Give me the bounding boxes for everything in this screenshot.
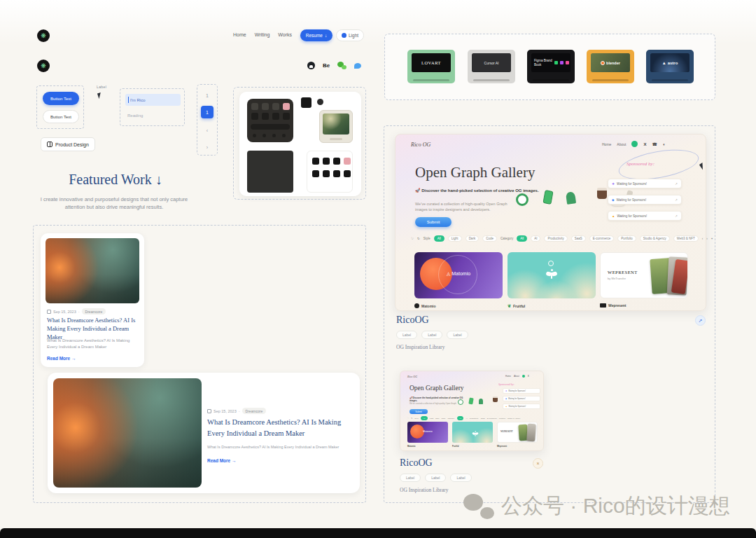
favorite-icon[interactable]: ♡ (411, 237, 414, 240)
filter-web3[interactable]: Web3 & NFT (673, 235, 699, 242)
resume-button[interactable]: Resume ↓ (300, 29, 332, 41)
page-button-1[interactable]: 1 (201, 89, 214, 102)
filters-prev[interactable]: ‹ (702, 237, 704, 240)
read-more-link-2[interactable]: Read More → (207, 458, 237, 463)
label-pill[interactable]: Label (450, 474, 471, 482)
og-submit-button[interactable]: Submit (415, 217, 451, 227)
filter-light[interactable]: Light (448, 235, 462, 242)
sponsor-card-mini-2[interactable]: ◆Waiting for Sponsors! (503, 396, 540, 401)
site-logo[interactable]: ❋ (37, 29, 50, 42)
og-card-matomio[interactable]: ◬ Matomio (414, 252, 503, 298)
label-pill[interactable]: Label (447, 331, 468, 339)
coffee-icon (597, 188, 607, 199)
og-card-fruitful-mini[interactable] (452, 422, 493, 443)
blog-excerpt: What Is Dreamcore Aesthetics? AI Is Maki… (47, 338, 138, 350)
watermark-text: 公众号 · Rico的设计漫想 (501, 492, 730, 520)
filter-cat-all[interactable]: All (517, 235, 527, 242)
bottom-bar (0, 528, 756, 538)
next-button[interactable]: › (201, 141, 214, 153)
blog-tag[interactable]: Dreamcore (242, 408, 267, 414)
nav-writing[interactable]: Writing (255, 32, 270, 37)
dot-separator: · (78, 310, 80, 314)
filter-portfolio[interactable]: Portfolio (617, 235, 636, 242)
prev-button[interactable]: ‹ (201, 124, 214, 137)
sun-ring-icon (548, 261, 554, 266)
theme-toggle-button[interactable]: Light (336, 29, 364, 41)
github-icon[interactable] (307, 62, 315, 69)
og-frame: Rico OG Home About X ☎ ◐ Sponsored by: O… (384, 125, 715, 503)
filter-studio[interactable]: Studio & Agency (640, 235, 670, 242)
og-avatar[interactable] (631, 141, 638, 147)
sponsor-card-2[interactable]: ◆ Waiting for Sponsors! ↗ (608, 195, 682, 205)
primary-button[interactable]: Button Text (43, 92, 79, 105)
product-design-badge[interactable]: Product Design (41, 137, 95, 151)
wechat-icon[interactable] (337, 62, 346, 69)
og-nav-home[interactable]: Home (602, 142, 611, 146)
filter-style-all[interactable]: All (434, 235, 444, 242)
filter-ai[interactable]: AI (531, 235, 540, 242)
blog-card-image (46, 238, 139, 303)
filters-more[interactable]: + (711, 237, 713, 240)
cartridge-figma[interactable]: Figma Brand Book (527, 50, 575, 83)
sponsor-card-3[interactable]: ▲ Waiting for Sponsors! ↗ (608, 211, 682, 221)
secondary-button[interactable]: Button Text (43, 110, 79, 123)
cartridge-blender[interactable]: blender (587, 50, 634, 83)
label-pill[interactable]: Label (400, 474, 421, 482)
nav-home[interactable]: Home (233, 32, 246, 37)
blog-title-2[interactable]: What Is Dreamcore Aesthetics? AI Is Maki… (207, 417, 351, 439)
blog-tag[interactable]: Dreamcore (82, 308, 106, 315)
blog-card-horizontal[interactable]: Sep 15, 2023 · Dreamcore What Is Dreamco… (48, 373, 360, 493)
filter-productivity[interactable]: Productivity (544, 235, 567, 242)
og-card-fruitful[interactable] (507, 252, 596, 298)
sponsor-card-mini-3[interactable]: ▲Waiting for Sponsors! (503, 404, 540, 409)
cartridge-label: Figma Brand Book (534, 59, 552, 67)
nav-works[interactable]: Works (278, 32, 292, 37)
site-logo-2[interactable]: ❋ (37, 60, 50, 72)
text-input[interactable]: I'm Rico (125, 94, 181, 106)
page-button-active[interactable]: 1 (201, 106, 214, 118)
x-icon[interactable]: X (643, 142, 646, 146)
twitter-icon[interactable] (354, 63, 361, 69)
refresh-icon[interactable]: ↻ (417, 237, 420, 240)
cartridge-astro[interactable]: ▲ astro (646, 50, 694, 83)
label-pill[interactable]: Label (425, 474, 446, 482)
og-nav-about[interactable]: About (617, 142, 626, 146)
sponsor-card-mini-1[interactable]: ❖Waiting for Sponsors! (503, 388, 540, 394)
pagination-frame: 1 1 ‹ › (197, 84, 218, 156)
filters-next[interactable]: › (706, 237, 708, 240)
label-pill[interactable]: Label (421, 331, 442, 339)
og-card-wepresent[interactable]: WEPRESENT by WeTransfer (600, 252, 688, 298)
watermark: 公众号 · Rico的设计漫想 (463, 492, 730, 520)
sun-icon (342, 33, 346, 38)
filter-ecommerce[interactable]: E-commerce (589, 235, 615, 242)
phone-icon[interactable]: ☎ (652, 142, 657, 146)
filter-dark[interactable]: Dark (465, 235, 479, 242)
input-frame: I'm Rico Reading (120, 88, 185, 126)
arrow-up-right-icon: ↗ (675, 214, 678, 218)
og-card-wepresent-mini[interactable]: WEPRESENT (497, 422, 538, 443)
cartridge-lovart[interactable]: LOVART (407, 50, 455, 83)
filter-saas[interactable]: SaaS (571, 235, 586, 242)
calendar-icon (207, 409, 211, 413)
figma-swatch-purple (560, 61, 564, 64)
read-more-label: Read More (47, 356, 70, 361)
og-submit-mini[interactable]: Submit (410, 409, 428, 414)
filter-code[interactable]: Code (482, 235, 497, 242)
ricoog-subtitle-2: OG Inspiration Library (400, 487, 449, 493)
read-more-link[interactable]: Read More → (47, 356, 76, 361)
sponsor-card-1[interactable]: ❖ Waiting for Sponsors! ↗ (608, 179, 682, 188)
og-card-matomio-mini[interactable]: Matomio (407, 422, 448, 443)
wepresent-icon (600, 303, 606, 308)
og-title: Open Graph Gallery (415, 164, 535, 181)
og-mockup-large[interactable]: Rico OG Home About X ☎ ◐ Sponsored by: O… (395, 134, 706, 311)
og-mockup-small[interactable]: Rico OG Home About X Sponsored by: Open … (400, 371, 544, 451)
expand-button[interactable]: ↗ (695, 315, 706, 326)
og-logo[interactable]: Rico OG (411, 142, 430, 148)
label-pill[interactable]: Label (396, 331, 417, 339)
close-button[interactable]: × (533, 458, 543, 469)
cartridge-cursor[interactable]: Cursor AI (468, 50, 515, 83)
behance-icon[interactable]: Be (323, 62, 330, 69)
blog-card-vertical[interactable]: Sep 15, 2023 · Dreamcore What Is Dreamco… (41, 233, 144, 367)
figma-swatch-pink (566, 61, 569, 64)
theme-icon[interactable]: ◐ (663, 142, 666, 146)
